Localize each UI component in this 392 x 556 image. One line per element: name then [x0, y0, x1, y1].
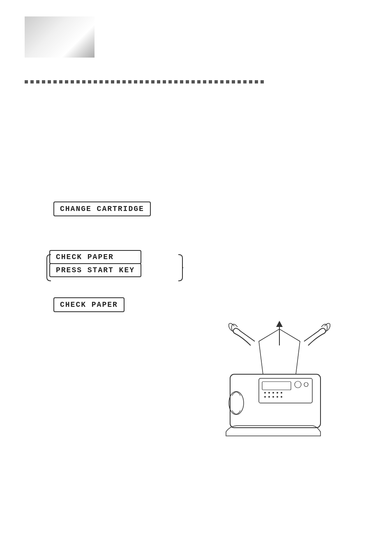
separator-dot: [105, 80, 108, 83]
separator-dot: [249, 80, 252, 83]
grouped-lcd-displays: CHECK PAPER PRESS START KEY: [49, 250, 141, 277]
separator-dot: [59, 80, 62, 83]
separator-dot: [134, 80, 137, 83]
press-start-key-text: PRESS START KEY: [56, 266, 135, 274]
separator-dot: [30, 80, 34, 83]
standalone-check-paper-display: CHECK PAPER: [53, 297, 125, 312]
fax-machine-illustration: [205, 321, 353, 440]
standalone-check-paper-text: CHECK PAPER: [60, 301, 118, 309]
separator-dot: [94, 80, 97, 83]
separator-dot: [111, 80, 114, 83]
separator-dot: [232, 80, 235, 83]
separator-dot: [82, 80, 85, 83]
separator-dot: [157, 80, 160, 83]
header-gradient: [25, 16, 95, 58]
svg-point-5: [295, 381, 301, 388]
svg-marker-18: [276, 321, 283, 327]
right-bracket-icon: [178, 254, 183, 282]
separator-dot: [191, 80, 195, 83]
svg-point-14: [272, 396, 274, 398]
separator-dot: [42, 80, 45, 83]
separator-dot: [243, 80, 247, 83]
separator-dot: [53, 80, 57, 83]
separator-dot: [76, 80, 80, 83]
separator-dot: [238, 80, 241, 83]
separator-dot: [122, 80, 126, 83]
separator-dot: [88, 80, 91, 83]
separator-dot: [99, 80, 103, 83]
svg-point-9: [272, 392, 274, 394]
svg-point-10: [277, 392, 278, 394]
separator-dot: [128, 80, 131, 83]
separator-dot: [203, 80, 206, 83]
svg-point-13: [268, 396, 270, 398]
check-paper-grouped-text: CHECK PAPER: [56, 253, 114, 261]
svg-point-15: [277, 396, 278, 398]
svg-rect-3: [259, 378, 312, 403]
separator-dot: [174, 80, 178, 83]
separator-dot: [48, 80, 51, 83]
change-cartridge-text: CHANGE CARTRIDGE: [60, 205, 144, 213]
separator-dot: [255, 80, 258, 83]
separator-dot: [71, 80, 74, 83]
separator-dot: [36, 80, 39, 83]
left-bracket-icon: [46, 254, 52, 282]
svg-point-8: [268, 392, 270, 394]
separator-dot: [117, 80, 120, 83]
check-paper-grouped-display: CHECK PAPER: [49, 250, 141, 264]
separator-dot: [261, 80, 264, 83]
separator-dot: [25, 80, 28, 83]
svg-point-11: [281, 392, 282, 394]
separator-dot: [65, 80, 68, 83]
separator-dot: [145, 80, 149, 83]
separator-dot: [140, 80, 143, 83]
separator-dot: [220, 80, 224, 83]
press-start-key-display: PRESS START KEY: [49, 263, 141, 277]
separator-dot: [186, 80, 189, 83]
separator-dot: [168, 80, 172, 83]
svg-point-19: [229, 392, 244, 415]
svg-point-12: [264, 396, 266, 398]
separator-dot: [214, 80, 218, 83]
separator-dot: [151, 80, 154, 83]
svg-point-16: [281, 396, 282, 398]
separator-dot: [163, 80, 166, 83]
dotted-separator: [25, 80, 367, 83]
separator-dot: [226, 80, 229, 83]
change-cartridge-display: CHANGE CARTRIDGE: [53, 202, 151, 216]
page: CHANGE CARTRIDGE CHECK PAPER PRESS START…: [0, 0, 392, 556]
svg-point-7: [264, 392, 266, 394]
separator-dot: [180, 80, 183, 83]
separator-dot: [209, 80, 212, 83]
svg-rect-4: [262, 382, 291, 390]
svg-point-6: [304, 382, 308, 387]
separator-dot: [197, 80, 201, 83]
